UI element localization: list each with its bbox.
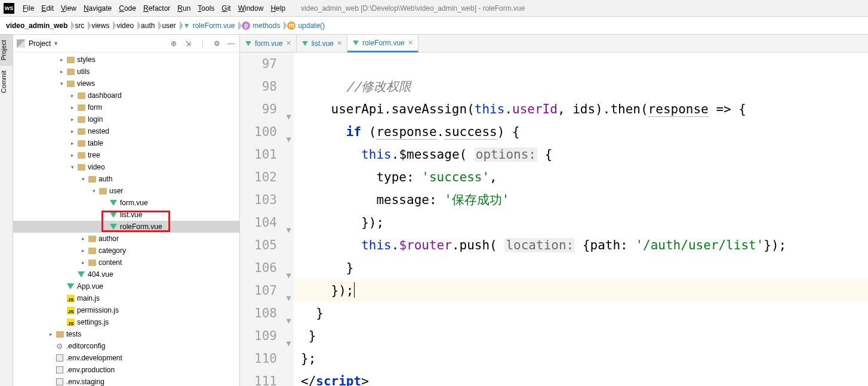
menu-run[interactable]: Run bbox=[174, 0, 194, 17]
tree-item--env-production[interactable]: ▸.env.production bbox=[13, 364, 239, 376]
editor-gutter[interactable]: 9798991001011021031041051061071081091101… bbox=[240, 53, 294, 386]
project-view-selector[interactable]: Project ▼ bbox=[17, 39, 59, 48]
line-number[interactable]: 109 bbox=[240, 325, 277, 347]
fold-marker-icon[interactable]: ▾ bbox=[285, 309, 293, 317]
close-tab-icon[interactable]: ✕ bbox=[286, 39, 291, 47]
tree-item--env-staging[interactable]: ▸.env.staging bbox=[13, 376, 239, 386]
code-text[interactable]: //修改权限 userApi.saveAssign(this.userId, i… bbox=[294, 53, 868, 386]
tree-item-utils[interactable]: ▸utils bbox=[13, 66, 239, 78]
line-number[interactable]: 100 bbox=[240, 121, 277, 143]
line-number[interactable]: 104 bbox=[240, 211, 277, 234]
chevron-right-icon[interactable]: ▸ bbox=[68, 116, 76, 122]
close-tab-icon[interactable]: ✕ bbox=[408, 39, 413, 47]
breadcrumb-video-admin-web[interactable]: video_admin_web bbox=[4, 19, 72, 32]
menu-git[interactable]: Git bbox=[218, 0, 234, 17]
tree-item-roleform-vue[interactable]: ▸roleForm.vue bbox=[13, 221, 239, 233]
tree-item-author[interactable]: ▸author bbox=[13, 233, 239, 245]
code-line[interactable]: } bbox=[301, 257, 868, 279]
editor-tab-roleform-vue[interactable]: roleForm.vue✕ bbox=[347, 35, 418, 53]
breadcrumb-views[interactable]: views bbox=[89, 19, 114, 32]
code-line[interactable]: if (response.success) { bbox=[301, 121, 868, 143]
chevron-right-icon[interactable]: ▸ bbox=[68, 152, 76, 158]
breadcrumb-video[interactable]: video bbox=[114, 19, 138, 32]
chevron-right-icon[interactable]: ▸ bbox=[79, 236, 87, 242]
code-line[interactable]: }); bbox=[301, 211, 868, 234]
tree-item-404-vue[interactable]: ▸404.vue bbox=[13, 268, 239, 280]
code-line[interactable] bbox=[301, 53, 868, 75]
tree-item-views[interactable]: ▾views bbox=[13, 78, 239, 89]
locate-file-icon[interactable]: ⊕ bbox=[169, 39, 178, 48]
menu-view[interactable]: View bbox=[57, 0, 80, 17]
line-number[interactable]: 107 bbox=[240, 279, 277, 302]
tree-item-nested[interactable]: ▸nested bbox=[13, 125, 239, 137]
code-editor[interactable]: 9798991001011021031041051061071081091101… bbox=[240, 53, 868, 386]
line-number[interactable]: 99 bbox=[240, 98, 277, 121]
tree-item-user[interactable]: ▾user bbox=[13, 185, 239, 197]
chevron-right-icon[interactable]: ▸ bbox=[68, 140, 76, 146]
tree-item-table[interactable]: ▸table bbox=[13, 137, 239, 149]
tree-item--env-development[interactable]: ▸.env.development bbox=[13, 352, 239, 364]
fold-marker-icon[interactable]: ▾ bbox=[285, 105, 293, 113]
tool-tab-commit[interactable]: Commit bbox=[0, 65, 13, 98]
fold-marker-icon[interactable]: ▾ bbox=[285, 286, 293, 294]
code-line[interactable]: } bbox=[301, 325, 868, 347]
chevron-down-icon[interactable]: ▾ bbox=[79, 176, 87, 182]
menu-navigate[interactable]: Navigate bbox=[80, 0, 115, 17]
menu-file[interactable]: File bbox=[19, 0, 38, 17]
hide-tool-window-icon[interactable]: — bbox=[226, 39, 236, 48]
tree-item-app-vue[interactable]: ▸App.vue bbox=[13, 280, 239, 292]
line-number[interactable]: 106 bbox=[240, 257, 277, 279]
chevron-down-icon[interactable]: ▾ bbox=[68, 164, 76, 170]
line-number[interactable]: 111 bbox=[240, 370, 277, 386]
tree-item-settings-js[interactable]: ▸JSsettings.js bbox=[13, 316, 239, 328]
tree-item-main-js[interactable]: ▸JSmain.js bbox=[13, 292, 239, 304]
breadcrumb-user[interactable]: user bbox=[159, 19, 180, 32]
tree-item-login[interactable]: ▸login bbox=[13, 113, 239, 125]
chevron-right-icon[interactable]: ▸ bbox=[79, 260, 87, 265]
breadcrumb-auth[interactable]: auth bbox=[138, 19, 159, 32]
gear-icon[interactable]: ⚙ bbox=[212, 39, 221, 48]
tree-item-dashboard[interactable]: ▸dashboard bbox=[13, 89, 239, 101]
tree-item--editorconfig[interactable]: ▸⚙.editorconfig bbox=[13, 340, 239, 352]
chevron-down-icon[interactable]: ▾ bbox=[57, 81, 66, 87]
menu-tools[interactable]: Tools bbox=[194, 0, 218, 17]
fold-marker-icon[interactable]: ▾ bbox=[285, 332, 293, 339]
code-line[interactable]: message: '保存成功' bbox=[301, 189, 868, 211]
breadcrumb-roleform-vue[interactable]: ▼roleForm.vue bbox=[181, 19, 240, 32]
tree-item-form-vue[interactable]: ▸form.vue bbox=[13, 197, 239, 209]
code-line[interactable]: }); bbox=[301, 279, 868, 302]
code-line[interactable]: </script> bbox=[301, 370, 868, 386]
chevron-down-icon[interactable]: ▾ bbox=[90, 188, 98, 194]
expand-all-icon[interactable]: ⇲ bbox=[183, 39, 193, 48]
tree-item-category[interactable]: ▸category bbox=[13, 245, 239, 257]
code-line[interactable]: this.$message( options: { bbox=[301, 143, 868, 166]
breadcrumb-update--[interactable]: mupdate() bbox=[285, 19, 330, 32]
code-line[interactable]: this.$router.push( location: {path: '/au… bbox=[301, 234, 868, 257]
tree-item-video[interactable]: ▾video bbox=[13, 161, 239, 173]
fold-marker-icon[interactable]: ▾ bbox=[285, 264, 293, 271]
project-tree[interactable]: ▸styles▸utils▾views▸dashboard▸form▸login… bbox=[13, 53, 239, 386]
menu-help[interactable]: Help bbox=[267, 0, 289, 17]
chevron-right-icon[interactable]: ▸ bbox=[47, 331, 55, 337]
tree-item-form[interactable]: ▸form bbox=[13, 101, 239, 113]
code-line[interactable]: //修改权限 bbox=[301, 75, 868, 98]
tool-tab-project[interactable]: Project bbox=[0, 35, 13, 65]
fold-marker-icon[interactable]: ▾ bbox=[285, 218, 293, 226]
code-line[interactable]: type: 'success', bbox=[301, 166, 868, 189]
editor-tab-form-vue[interactable]: form.vue✕ bbox=[240, 35, 297, 52]
fold-marker-icon[interactable]: ▾ bbox=[285, 128, 293, 135]
editor-tab-list-vue[interactable]: list.vue✕ bbox=[297, 35, 347, 52]
menu-refactor[interactable]: Refactor bbox=[140, 0, 174, 17]
line-number[interactable]: 102 bbox=[240, 166, 277, 189]
chevron-right-icon[interactable]: ▸ bbox=[57, 57, 66, 63]
tree-item-styles[interactable]: ▸styles bbox=[13, 54, 239, 66]
line-number[interactable]: 110 bbox=[240, 347, 277, 370]
chevron-right-icon[interactable]: ▸ bbox=[68, 92, 76, 98]
chevron-right-icon[interactable]: ▸ bbox=[57, 69, 66, 75]
tree-item-permission-js[interactable]: ▸JSpermission.js bbox=[13, 304, 239, 316]
menu-code[interactable]: Code bbox=[115, 0, 140, 17]
line-number[interactable]: 108 bbox=[240, 302, 277, 325]
code-line[interactable]: } bbox=[301, 302, 868, 325]
close-tab-icon[interactable]: ✕ bbox=[337, 39, 342, 47]
line-number[interactable]: 97 bbox=[240, 53, 277, 75]
